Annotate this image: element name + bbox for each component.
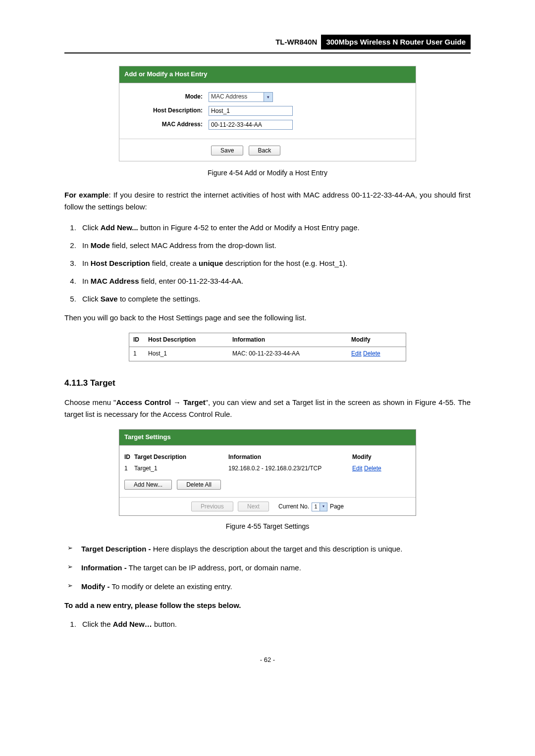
- page-select-value: 1: [312, 503, 319, 511]
- bullet-modify: Modify - To modify or delete an existing…: [67, 581, 471, 593]
- target-panel-title: Target Settings: [119, 430, 416, 446]
- step-5: Click Save to complete the settings.: [78, 293, 471, 305]
- chevron-down-icon: ▾: [264, 93, 272, 101]
- mac-row: MAC Address:: [124, 120, 411, 130]
- mac-label: MAC Address:: [124, 120, 209, 129]
- pager-label: Current No.: [278, 503, 309, 510]
- t-row-info: 192.168.0.2 - 192.168.0.23/21/TCP: [228, 464, 352, 473]
- mode-label: Mode:: [124, 92, 209, 101]
- previous-button[interactable]: Previous: [191, 502, 233, 511]
- target-panel-body: ID Target Description Information Modify…: [119, 446, 416, 497]
- target-buttons-row: Add New... Delete All: [124, 478, 411, 490]
- t-row-modify: Edit Delete: [352, 464, 402, 473]
- mac-input[interactable]: [209, 120, 293, 130]
- host-settings-table: ID Host Description Information Modify 1…: [129, 333, 406, 361]
- row-id: 1: [133, 349, 148, 358]
- target-settings-panel: Target Settings ID Target Description In…: [119, 429, 416, 516]
- chevron-down-icon: ▾: [320, 503, 327, 511]
- t-desc-header: Target Description: [134, 453, 228, 462]
- host-table-header: ID Host Description Information Modify: [129, 333, 406, 347]
- model-label: TL-WR840N: [271, 35, 321, 50]
- step2-1: Click the Add New… button.: [78, 618, 471, 630]
- delete-link[interactable]: Delete: [363, 350, 380, 357]
- target-intro-paragraph: Choose menu "Access Control → Target", y…: [64, 397, 471, 420]
- page-select[interactable]: 1 ▾: [312, 503, 327, 511]
- host-entry-footer: Save Back: [119, 139, 416, 161]
- section-4-11-3-heading: 4.11.3 Target: [64, 376, 471, 390]
- bullet-target-description: Target Description - Here displays the d…: [67, 543, 471, 555]
- target-delete-link[interactable]: Delete: [364, 465, 381, 472]
- pager-suffix: Page: [330, 503, 344, 510]
- next-button[interactable]: Next: [238, 502, 269, 511]
- col-desc-header: Host Description: [148, 335, 232, 345]
- target-bullets: Target Description - Here displays the d…: [64, 543, 471, 593]
- add-entry-heading: To add a new entry, please follow the st…: [64, 600, 471, 611]
- step-2: In Mode field, select MAC Address from t…: [78, 240, 471, 252]
- t-row-desc: Target_1: [134, 464, 228, 473]
- row-info: MAC: 00-11-22-33-44-AA: [232, 349, 351, 358]
- edit-link[interactable]: Edit: [351, 350, 362, 357]
- figure-55-caption: Figure 4-55 Target Settings: [64, 521, 471, 532]
- back-button[interactable]: Back: [249, 146, 281, 155]
- t-info-header: Information: [228, 453, 352, 462]
- target-pager: Previous Next Current No. 1 ▾ Page: [119, 497, 416, 515]
- mode-select[interactable]: MAC Address ▾: [209, 92, 273, 102]
- host-desc-input[interactable]: [209, 106, 293, 116]
- example-rest: : If you desire to restrict the internet…: [64, 191, 471, 211]
- col-info-header: Information: [232, 335, 351, 345]
- row-desc: Host_1: [148, 349, 232, 358]
- save-button[interactable]: Save: [211, 146, 243, 155]
- example-prefix: For example: [64, 191, 108, 199]
- step-3: In Host Description field, create a uniq…: [78, 257, 471, 269]
- step-1: Click Add New... button in Figure 4-52 t…: [78, 222, 471, 234]
- host-desc-label: Host Description:: [124, 106, 209, 115]
- mode-select-value: MAC Address: [209, 92, 264, 101]
- target-table-row: 1 Target_1 192.168.0.2 - 192.168.0.23/21…: [124, 464, 411, 473]
- target-table-header: ID Target Description Information Modify: [124, 453, 411, 462]
- step-4: In MAC Address field, enter 00-11-22-33-…: [78, 275, 471, 287]
- target-edit-link[interactable]: Edit: [352, 465, 363, 472]
- page-number: - 62 -: [64, 655, 471, 665]
- host-entry-panel-title: Add or Modify a Host Entry: [119, 66, 416, 83]
- figure-54-caption: Figure 4-54 Add or Modify a Host Entry: [64, 167, 471, 178]
- header-divider: [64, 52, 471, 53]
- row-modify: Edit Delete: [351, 349, 401, 358]
- bullet-information: Information - The target can be IP addre…: [67, 562, 471, 574]
- example-paragraph: For example: If you desire to restrict t…: [64, 189, 471, 213]
- host-entry-panel: Add or Modify a Host Entry Mode: MAC Add…: [119, 66, 416, 161]
- add-new-button[interactable]: Add New...: [124, 480, 172, 490]
- host-table-row: 1 Host_1 MAC: 00-11-22-33-44-AA Edit Del…: [129, 347, 406, 360]
- col-modify-header: Modify: [351, 335, 401, 345]
- host-entry-form: Mode: MAC Address ▾ Host Description: MA…: [119, 83, 416, 139]
- t-id-header: ID: [124, 453, 134, 462]
- then-paragraph: Then you will go back to the Host Settin…: [64, 312, 471, 324]
- t-row-id: 1: [124, 464, 134, 473]
- steps-list-1: Click Add New... button in Figure 4-52 t…: [64, 222, 471, 305]
- document-header: TL-WR840N 300Mbps Wireless N Router User…: [64, 35, 471, 50]
- mode-row: Mode: MAC Address ▾: [124, 92, 411, 102]
- guide-title: 300Mbps Wireless N Router User Guide: [321, 35, 471, 50]
- t-modify-header: Modify: [352, 453, 402, 462]
- delete-all-button[interactable]: Delete All: [177, 480, 221, 490]
- host-desc-row: Host Description:: [124, 106, 411, 116]
- steps-list-2: Click the Add New… button.: [64, 618, 471, 630]
- col-id-header: ID: [133, 335, 148, 345]
